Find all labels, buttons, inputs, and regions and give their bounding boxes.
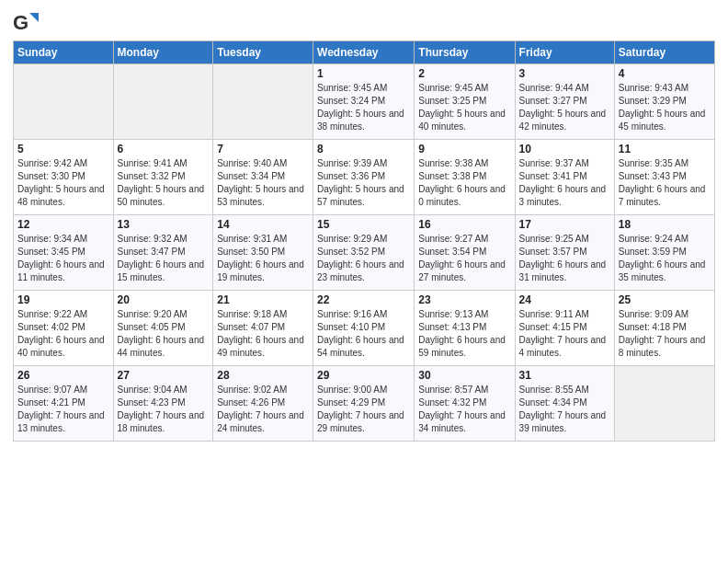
weekday-saturday: Saturday bbox=[614, 41, 714, 64]
day-cell: 22Sunrise: 9:16 AM Sunset: 4:10 PM Dayli… bbox=[313, 291, 415, 366]
day-number: 9 bbox=[418, 143, 510, 155]
day-cell bbox=[113, 64, 213, 140]
day-info: Sunrise: 9:45 AM Sunset: 3:24 PM Dayligh… bbox=[317, 82, 410, 133]
day-number: 28 bbox=[217, 369, 309, 382]
day-cell: 28Sunrise: 9:02 AM Sunset: 4:26 PM Dayli… bbox=[213, 366, 313, 442]
day-cell: 14Sunrise: 9:31 AM Sunset: 3:50 PM Dayli… bbox=[213, 215, 313, 291]
day-cell: 11Sunrise: 9:35 AM Sunset: 3:43 PM Dayli… bbox=[614, 140, 714, 215]
day-info: Sunrise: 9:29 AM Sunset: 3:52 PM Dayligh… bbox=[317, 233, 410, 284]
day-number: 21 bbox=[217, 293, 309, 306]
day-number: 14 bbox=[217, 218, 309, 231]
logo: G bbox=[13, 9, 40, 35]
day-cell: 4Sunrise: 9:43 AM Sunset: 3:29 PM Daylig… bbox=[614, 64, 714, 140]
weekday-wednesday: Wednesday bbox=[313, 41, 415, 64]
day-info: Sunrise: 9:25 AM Sunset: 3:57 PM Dayligh… bbox=[519, 233, 610, 284]
day-number: 23 bbox=[418, 293, 510, 306]
day-number: 10 bbox=[519, 143, 610, 155]
day-info: Sunrise: 9:35 AM Sunset: 3:43 PM Dayligh… bbox=[619, 157, 711, 209]
weekday-header-row: SundayMondayTuesdayWednesdayThursdayFrid… bbox=[14, 41, 715, 64]
day-cell: 8Sunrise: 9:39 AM Sunset: 3:36 PM Daylig… bbox=[313, 140, 415, 215]
day-info: Sunrise: 9:16 AM Sunset: 4:10 PM Dayligh… bbox=[317, 308, 410, 360]
weekday-monday: Monday bbox=[113, 41, 213, 64]
day-cell: 9Sunrise: 9:38 AM Sunset: 3:38 PM Daylig… bbox=[415, 140, 515, 215]
day-cell: 3Sunrise: 9:44 AM Sunset: 3:27 PM Daylig… bbox=[515, 64, 614, 140]
day-cell: 1Sunrise: 9:45 AM Sunset: 3:24 PM Daylig… bbox=[313, 64, 415, 140]
day-cell: 6Sunrise: 9:41 AM Sunset: 3:32 PM Daylig… bbox=[113, 140, 213, 215]
day-number: 31 bbox=[519, 369, 610, 382]
day-number: 18 bbox=[619, 218, 711, 231]
day-info: Sunrise: 9:24 AM Sunset: 3:59 PM Dayligh… bbox=[619, 233, 711, 284]
day-number: 29 bbox=[317, 369, 410, 382]
day-number: 7 bbox=[217, 143, 309, 155]
calendar: SundayMondayTuesdayWednesdayThursdayFrid… bbox=[13, 40, 715, 442]
day-info: Sunrise: 9:00 AM Sunset: 4:29 PM Dayligh… bbox=[317, 384, 410, 435]
day-cell bbox=[213, 64, 313, 140]
day-info: Sunrise: 9:41 AM Sunset: 3:32 PM Dayligh… bbox=[118, 157, 210, 209]
day-info: Sunrise: 9:02 AM Sunset: 4:26 PM Dayligh… bbox=[217, 384, 309, 435]
day-number: 27 bbox=[118, 369, 210, 382]
day-number: 20 bbox=[118, 293, 210, 306]
week-row-2: 5Sunrise: 9:42 AM Sunset: 3:30 PM Daylig… bbox=[14, 140, 715, 215]
day-info: Sunrise: 9:34 AM Sunset: 3:45 PM Dayligh… bbox=[17, 233, 109, 284]
day-cell bbox=[614, 366, 714, 442]
day-info: Sunrise: 9:43 AM Sunset: 3:29 PM Dayligh… bbox=[619, 82, 711, 133]
day-info: Sunrise: 9:37 AM Sunset: 3:41 PM Dayligh… bbox=[519, 157, 610, 209]
day-info: Sunrise: 9:31 AM Sunset: 3:50 PM Dayligh… bbox=[217, 233, 309, 284]
day-info: Sunrise: 8:57 AM Sunset: 4:32 PM Dayligh… bbox=[418, 384, 510, 435]
day-cell bbox=[14, 64, 114, 140]
day-info: Sunrise: 8:55 AM Sunset: 4:34 PM Dayligh… bbox=[519, 384, 610, 435]
day-cell: 23Sunrise: 9:13 AM Sunset: 4:13 PM Dayli… bbox=[415, 291, 515, 366]
day-number: 12 bbox=[17, 218, 109, 231]
day-cell: 19Sunrise: 9:22 AM Sunset: 4:02 PM Dayli… bbox=[14, 291, 114, 366]
day-info: Sunrise: 9:11 AM Sunset: 4:15 PM Dayligh… bbox=[519, 308, 610, 360]
svg-marker-1 bbox=[29, 13, 39, 22]
day-info: Sunrise: 9:04 AM Sunset: 4:23 PM Dayligh… bbox=[118, 384, 210, 435]
day-cell: 17Sunrise: 9:25 AM Sunset: 3:57 PM Dayli… bbox=[515, 215, 614, 291]
day-cell: 18Sunrise: 9:24 AM Sunset: 3:59 PM Dayli… bbox=[614, 215, 714, 291]
day-cell: 13Sunrise: 9:32 AM Sunset: 3:47 PM Dayli… bbox=[113, 215, 213, 291]
day-cell: 12Sunrise: 9:34 AM Sunset: 3:45 PM Dayli… bbox=[14, 215, 114, 291]
day-number: 8 bbox=[317, 143, 410, 155]
day-cell: 31Sunrise: 8:55 AM Sunset: 4:34 PM Dayli… bbox=[515, 366, 614, 442]
day-number: 3 bbox=[519, 67, 610, 80]
week-row-5: 26Sunrise: 9:07 AM Sunset: 4:21 PM Dayli… bbox=[14, 366, 715, 442]
day-number: 26 bbox=[17, 369, 109, 382]
day-info: Sunrise: 9:42 AM Sunset: 3:30 PM Dayligh… bbox=[17, 157, 109, 209]
day-number: 5 bbox=[17, 143, 109, 155]
week-row-4: 19Sunrise: 9:22 AM Sunset: 4:02 PM Dayli… bbox=[14, 291, 715, 366]
day-number: 30 bbox=[418, 369, 510, 382]
week-row-1: 1Sunrise: 9:45 AM Sunset: 3:24 PM Daylig… bbox=[14, 64, 715, 140]
day-cell: 27Sunrise: 9:04 AM Sunset: 4:23 PM Dayli… bbox=[113, 366, 213, 442]
weekday-tuesday: Tuesday bbox=[213, 41, 313, 64]
day-info: Sunrise: 9:32 AM Sunset: 3:47 PM Dayligh… bbox=[118, 233, 210, 284]
day-number: 17 bbox=[519, 218, 610, 231]
day-cell: 15Sunrise: 9:29 AM Sunset: 3:52 PM Dayli… bbox=[313, 215, 415, 291]
day-number: 25 bbox=[619, 293, 711, 306]
day-number: 4 bbox=[619, 67, 711, 80]
day-cell: 2Sunrise: 9:45 AM Sunset: 3:25 PM Daylig… bbox=[415, 64, 515, 140]
day-info: Sunrise: 9:40 AM Sunset: 3:34 PM Dayligh… bbox=[217, 157, 309, 209]
weekday-thursday: Thursday bbox=[415, 41, 515, 64]
day-number: 2 bbox=[418, 67, 510, 80]
day-cell: 20Sunrise: 9:20 AM Sunset: 4:05 PM Dayli… bbox=[113, 291, 213, 366]
day-info: Sunrise: 9:18 AM Sunset: 4:07 PM Dayligh… bbox=[217, 308, 309, 360]
page: G SundayMondayTuesdayWednesdayThursdayFr… bbox=[0, 0, 728, 563]
day-cell: 21Sunrise: 9:18 AM Sunset: 4:07 PM Dayli… bbox=[213, 291, 313, 366]
day-number: 1 bbox=[317, 67, 410, 80]
day-cell: 30Sunrise: 8:57 AM Sunset: 4:32 PM Dayli… bbox=[415, 366, 515, 442]
weekday-friday: Friday bbox=[515, 41, 614, 64]
day-number: 6 bbox=[118, 143, 210, 155]
day-info: Sunrise: 9:07 AM Sunset: 4:21 PM Dayligh… bbox=[17, 384, 109, 435]
day-number: 11 bbox=[619, 143, 711, 155]
day-info: Sunrise: 9:13 AM Sunset: 4:13 PM Dayligh… bbox=[418, 308, 510, 360]
day-cell: 29Sunrise: 9:00 AM Sunset: 4:29 PM Dayli… bbox=[313, 366, 415, 442]
day-cell: 7Sunrise: 9:40 AM Sunset: 3:34 PM Daylig… bbox=[213, 140, 313, 215]
day-cell: 24Sunrise: 9:11 AM Sunset: 4:15 PM Dayli… bbox=[515, 291, 614, 366]
day-number: 24 bbox=[519, 293, 610, 306]
day-info: Sunrise: 9:38 AM Sunset: 3:38 PM Dayligh… bbox=[418, 157, 510, 209]
day-cell: 10Sunrise: 9:37 AM Sunset: 3:41 PM Dayli… bbox=[515, 140, 614, 215]
day-info: Sunrise: 9:27 AM Sunset: 3:54 PM Dayligh… bbox=[418, 233, 510, 284]
day-number: 22 bbox=[317, 293, 410, 306]
day-cell: 16Sunrise: 9:27 AM Sunset: 3:54 PM Dayli… bbox=[415, 215, 515, 291]
day-number: 16 bbox=[418, 218, 510, 231]
